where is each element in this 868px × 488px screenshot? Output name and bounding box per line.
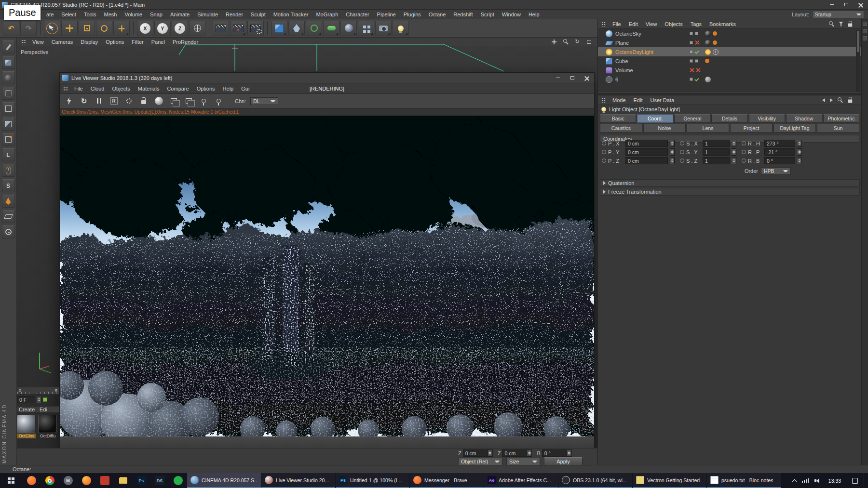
object-list-scrollbar[interactable] (856, 30, 860, 92)
material-picker-button[interactable] (213, 96, 224, 106)
attribute-tab[interactable]: Visibility (749, 114, 785, 123)
material-menu-item[interactable]: Create (19, 407, 35, 412)
attribute-tab[interactable]: Caustics (600, 124, 642, 132)
collapsible-section[interactable]: Freeze Transformation (600, 188, 860, 196)
model-mode-button[interactable] (2, 56, 15, 69)
size-dropdown[interactable]: Size (506, 458, 540, 465)
render-view-button[interactable] (213, 21, 229, 36)
keyframe-circle[interactable] (742, 150, 746, 154)
taskbar-window-messenger[interactable]: Messenger - Brave (410, 473, 484, 488)
object-row[interactable]: Plane (598, 38, 861, 47)
render-settings-button[interactable] (247, 21, 264, 36)
search-icon[interactable] (838, 97, 843, 103)
field-value[interactable]: 0 cm (625, 157, 668, 164)
pinned-app-chrome[interactable] (41, 473, 59, 488)
menu-item[interactable]: Octane (425, 12, 449, 17)
am-menu-item[interactable]: Edit (630, 97, 647, 103)
spline-primitive-button[interactable] (306, 21, 322, 36)
panel-tab-icon[interactable] (863, 22, 867, 26)
search-icon[interactable] (829, 21, 834, 26)
collapsible-section[interactable]: Quaternion (600, 179, 860, 187)
close-button[interactable] (854, 0, 868, 9)
polygons-mode-button[interactable] (2, 118, 15, 131)
live-viewer-titlebar[interactable]: Live Viewer Studio 2018.1.3 (320 days le… (60, 73, 594, 83)
keyframe-circle[interactable] (680, 141, 684, 145)
make-editable-button[interactable] (2, 40, 15, 53)
pinned-app-green[interactable] (169, 473, 187, 488)
camera-button[interactable] (375, 21, 392, 36)
om-menu-item[interactable]: View (642, 21, 661, 27)
start-button[interactable] (0, 473, 22, 488)
timeline-ruler[interactable]: 0 5 (17, 387, 59, 395)
rotate-workplane-button[interactable] (2, 225, 15, 238)
workplane-button[interactable] (2, 210, 15, 223)
render-to-picture-button[interactable] (230, 21, 246, 36)
object-row[interactable]: Cube (598, 56, 861, 66)
restart-render-button[interactable]: ↻ (79, 96, 89, 106)
field-value[interactable]: 1 (703, 140, 730, 147)
field-value[interactable]: 1 (703, 148, 730, 156)
visibility-toggles[interactable] (690, 68, 700, 72)
pinned-app-ds[interactable]: DS (150, 473, 169, 488)
lock-icon[interactable] (848, 100, 853, 103)
last-tool-button[interactable] (113, 21, 130, 36)
keyframe-circle[interactable] (680, 150, 684, 154)
object-tags[interactable] (705, 49, 719, 55)
attribute-tab[interactable]: Noise (643, 124, 686, 132)
field-value[interactable]: -21 ° (764, 148, 795, 156)
menu-item[interactable]: Animate (166, 12, 193, 17)
attribute-tab[interactable]: Shadow (786, 114, 822, 123)
keyframe-circle[interactable] (602, 158, 606, 163)
stepper[interactable] (732, 140, 736, 147)
history-forward-icon[interactable] (830, 98, 833, 102)
am-menu-item[interactable]: User Data (647, 97, 678, 103)
object-tags[interactable] (705, 77, 711, 82)
lock-icon[interactable] (848, 24, 853, 27)
field-value[interactable]: 0 cm (463, 449, 488, 457)
focus-picker-button[interactable] (198, 96, 209, 106)
x-axis-lock-button[interactable]: X (137, 21, 153, 36)
history-back-icon[interactable] (822, 98, 825, 102)
notification-center-icon[interactable] (852, 478, 858, 484)
field-value[interactable]: 0 ° (764, 157, 795, 164)
object-tags[interactable] (705, 31, 717, 37)
stepper[interactable] (567, 449, 572, 457)
field-value[interactable]: 0 cm (625, 140, 668, 147)
material-menu-item[interactable]: Edi (40, 407, 47, 412)
paint-button[interactable] (2, 195, 15, 208)
mode-dropdown[interactable]: Object (Rel) (458, 458, 502, 465)
keyframe-circle[interactable] (742, 158, 746, 163)
axis-mode-button[interactable]: L (2, 148, 15, 161)
filter-icon[interactable] (839, 22, 843, 26)
field-value[interactable]: 0 cm (502, 449, 527, 457)
object-tags[interactable] (705, 40, 717, 46)
edges-mode-button[interactable] (2, 102, 15, 115)
menu-item[interactable]: Script (477, 12, 498, 17)
move-tool-button[interactable] (61, 21, 78, 36)
menu-item[interactable]: Mesh (100, 12, 121, 17)
panel-menu-icon[interactable] (601, 22, 606, 26)
stepper[interactable] (797, 148, 802, 156)
volume-icon[interactable] (814, 478, 819, 483)
stepper[interactable] (732, 157, 736, 164)
pen-spline-button[interactable] (288, 21, 305, 36)
texture-mode-button[interactable] (2, 71, 15, 84)
stepper[interactable] (797, 140, 802, 147)
pause-render-button[interactable] (94, 96, 104, 106)
menu-item[interactable]: MoGraph (312, 12, 342, 17)
menu-item[interactable]: Volume (121, 12, 146, 17)
apply-button[interactable]: Apply (544, 457, 583, 465)
taskbar-window-liveviewer[interactable]: Live Viewer Studio 20... (261, 473, 335, 488)
attribute-tab[interactable]: Sun (817, 124, 859, 132)
points-mode-button[interactable] (2, 87, 15, 100)
pinned-app-mail[interactable]: M (59, 473, 77, 488)
subdivision-button[interactable]: S (2, 179, 15, 192)
tray-expand-icon[interactable] (792, 479, 797, 484)
pinned-app-firefox[interactable] (77, 473, 95, 488)
keyframe-circle[interactable] (680, 158, 684, 163)
field-value[interactable]: 0 ° (542, 449, 567, 457)
object-row-selected[interactable]: OctaneDayLight (598, 47, 861, 56)
visibility-toggles[interactable] (690, 50, 699, 53)
menu-item[interactable]: Render (222, 12, 247, 17)
stepper[interactable] (488, 449, 493, 457)
